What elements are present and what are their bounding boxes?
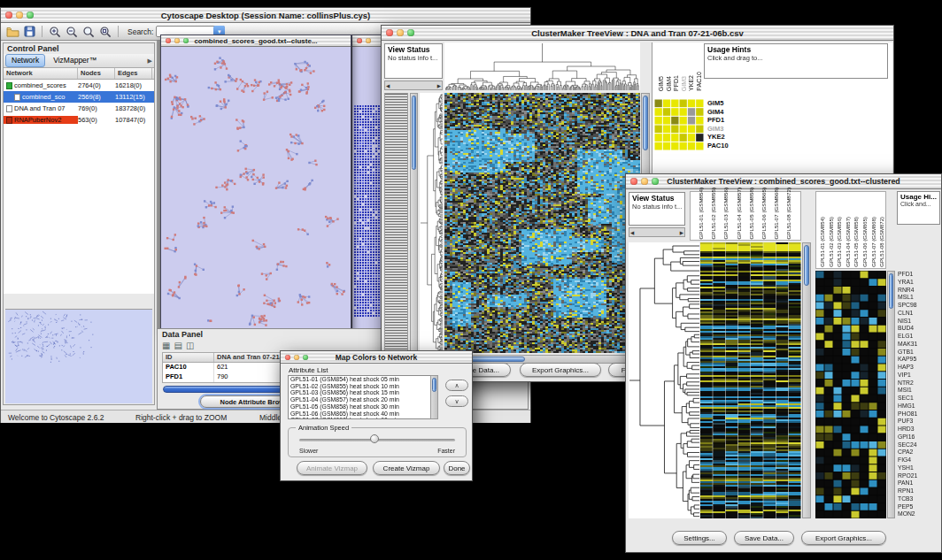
close-icon[interactable] [630,178,637,185]
gene-label-HMG1[interactable]: HMG1 [898,403,940,410]
attribute-item[interactable]: GPL51-02 (GSM855) heat shock 10 min [289,383,437,390]
network-view-titlebar[interactable]: combined_scores_good.txt--cluste... [161,35,351,47]
h-scroll-mini[interactable]: ◀ ▶ [629,227,685,237]
attribute-item[interactable]: GPL51-05 (GSM858) heat shock 30 min [289,403,437,410]
dialog-titlebar[interactable]: Map Colors to Network [281,351,472,364]
network-view-window[interactable]: combined_scores_good.txt--cluste... [160,35,351,334]
zoom-actual-icon[interactable] [81,25,96,38]
column-dendrogram-canvas[interactable] [444,42,640,90]
zoom-v-scrollbar[interactable] [887,271,895,518]
minimize-icon[interactable] [294,355,299,360]
attribute-item[interactable]: GPL51-04 (GSM857) heat shock 20 min [289,396,437,403]
minimize-icon[interactable] [397,29,404,36]
scrollbar-thumb[interactable] [412,96,416,170]
zoom-in-icon[interactable] [48,25,62,38]
gene-label-PHO81[interactable]: PHO81 [898,410,940,418]
attribute-item[interactable]: GPL51-01 (GSM854) heat shock 05 min [289,376,437,383]
gene-label-SEC24[interactable]: SEC24 [898,441,940,449]
scrollbar-thumb[interactable] [889,273,893,309]
move-down-button[interactable]: ∨ [445,395,468,407]
create-vizmap-button[interactable]: Create Vizmap [373,461,440,475]
gene-label-PEP5[interactable]: PEP5 [898,503,940,511]
scroll-right-icon[interactable]: ▶ [437,83,441,88]
zoom-fit-icon[interactable] [98,25,112,38]
move-up-button[interactable]: ∧ [445,380,468,391]
network-row-combined_sco[interactable]: combined_sco2569(8)13112(15) [4,91,154,103]
gene-label-CLN1[interactable]: CLN1 [898,310,940,318]
attribute-item[interactable]: GPL51-06 (GSM865) heat shock 40 min [289,410,437,418]
gene-label-RPN1[interactable]: RPN1 [898,487,940,495]
animate-vizmap-button[interactable]: Animate Vizmap [297,461,367,475]
gene-label-KAP95[interactable]: KAP95 [898,356,940,364]
gene-label-PUF3[interactable]: PUF3 [898,418,940,426]
gene-label-VIP1[interactable]: VIP1 [898,372,940,380]
attribute-item[interactable]: GPL51-03 (GSM856) heat shock 15 min [289,389,437,396]
gene-label-RPO21[interactable]: RPO21 [898,472,940,480]
heatmap-v-scrollbar[interactable] [802,242,811,518]
done-button[interactable]: Done [444,461,470,475]
gene-label-MSI1[interactable]: MSI1 [898,387,940,395]
scroll-left-icon[interactable]: ◀ [630,230,634,235]
speed-slider-thumb[interactable] [370,434,379,443]
attribute-list-scrollbar[interactable] [430,375,438,419]
network-view-canvas[interactable] [161,47,351,333]
save-icon[interactable] [22,25,36,38]
main-titlebar[interactable]: Cytoscape Desktop (Session Name: collins… [1,8,530,23]
export-graphics-button[interactable]: Export Graphics... [801,531,886,545]
gene-label-TCB3[interactable]: TCB3 [898,495,940,503]
gene-label-PAN1[interactable]: PAN1 [898,479,940,487]
h-scroll-mini[interactable]: ◀ ▶ [384,81,443,90]
gene-label-NTR2[interactable]: NTR2 [898,380,940,387]
gene-label-GIM5[interactable]: GIM5 [707,99,746,108]
maximize-icon[interactable] [183,38,189,43]
network-overview-canvas[interactable] [5,309,152,403]
gene-label-GIM3[interactable]: GIM3 [707,125,746,134]
gene-label-GIM4[interactable]: GIM4 [707,108,746,117]
gene-label-RNR4[interactable]: RNR4 [898,287,940,295]
tab-network[interactable]: Network [5,54,45,67]
gene-label-PFD1[interactable]: PFD1 [898,271,940,279]
column-header-nodes[interactable]: Nodes [78,68,115,79]
row-dendrogram-canvas[interactable] [629,242,699,518]
treeview-dna-titlebar[interactable]: ClusterMaker TreeView : DNA and Tran 07-… [382,26,893,41]
close-icon[interactable] [285,355,290,360]
maximize-icon[interactable] [652,178,659,185]
gene-label-MON2[interactable]: MON2 [898,510,940,518]
maximize-icon[interactable] [303,355,308,360]
save-data-button[interactable]: Save Data... [734,531,794,545]
gene-label-SPC98[interactable]: SPC98 [898,302,940,310]
column-header-network[interactable]: Network [4,68,78,79]
network-row-RNAPuberNov2[interactable]: RNAPuberNov2563(0)107847(0) [4,114,154,126]
gene-label-PFD1[interactable]: PFD1 [707,116,746,125]
gene-label-PAC10[interactable]: PAC10 [707,142,746,150]
row-dendrogram-canvas[interactable] [420,93,443,353]
network-row-DNA and Tran 07[interactable]: DNA and Tran 07769(0)183728(0) [4,103,154,114]
scrollbar-thumb[interactable] [804,245,809,286]
minimize-icon[interactable] [16,12,23,19]
column-header-edges[interactable]: Edges [115,68,152,79]
network-row-combined_scores[interactable]: combined_scores2764(0)16218(0) [4,80,154,91]
settings-button[interactable]: Settings... [672,531,727,545]
gene-label-HRD3[interactable]: HRD3 [898,426,940,433]
close-icon[interactable] [5,12,12,19]
scrollbar-thumb[interactable] [643,96,648,150]
table-view-icon[interactable]: ▤ [174,341,181,350]
gene-name-list[interactable] [384,93,408,353]
scrollbar-thumb[interactable] [432,378,436,392]
gene-label-FIG4[interactable]: FIG4 [898,456,940,464]
gene-label-MAK31[interactable]: MAK31 [898,341,940,349]
column-header-id[interactable]: ID [163,353,214,362]
network-table-header[interactable]: Network Nodes Edges [4,68,154,80]
cluster-heatmap-canvas[interactable] [444,93,640,353]
maximize-icon[interactable] [27,12,34,19]
scroll-left-icon[interactable]: ◀ [386,83,390,88]
tab-vizmapper[interactable]: VizMapper™ [48,55,102,66]
gene-label-GPI16[interactable]: GPI16 [898,433,940,441]
gene-label-ELG1[interactable]: ELG1 [898,333,940,341]
minimize-icon[interactable] [641,178,648,185]
gene-list-scrollbar[interactable] [410,93,418,353]
gene-label-CPA2[interactable]: CPA2 [898,449,940,456]
close-icon[interactable] [386,29,393,36]
gene-label-YRA1[interactable]: YRA1 [898,279,940,287]
tab-overflow-icon[interactable]: ▶ [148,58,152,65]
